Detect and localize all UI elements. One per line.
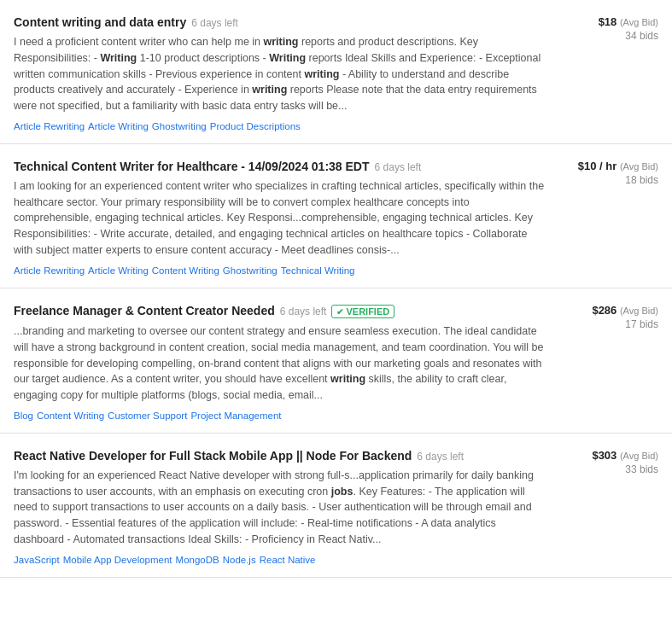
job-tag[interactable]: Content Writing [152, 265, 219, 276]
job-tag[interactable]: Product Descriptions [210, 121, 301, 131]
avg-bid-label: (Avg Bid) [620, 161, 658, 172]
job-price: $303 (Avg Bid) [556, 449, 658, 462]
job-meta: $303 (Avg Bid)33 bids [556, 449, 658, 565]
job-main: Technical Content Writer for Healthcare … [14, 160, 546, 276]
job-meta: $286 (Avg Bid)17 bids [556, 304, 658, 421]
job-tag[interactable]: Blog [14, 410, 33, 421]
job-tag[interactable]: Ghostwriting [223, 265, 278, 276]
avg-bid-label: (Avg Bid) [620, 306, 658, 316]
job-tags: Article RewritingArticle WritingContent … [14, 265, 546, 276]
job-meta: $18 (Avg Bid)34 bids [556, 15, 658, 131]
job-item: React Native Developer for Full Stack Mo… [0, 434, 672, 578]
job-meta: $10 / hr (Avg Bid)18 bids [556, 160, 658, 276]
job-tag[interactable]: Technical Writing [281, 265, 355, 276]
job-bids: 33 bids [556, 463, 658, 475]
job-tag[interactable]: React Native [260, 555, 316, 565]
avg-bid-label: (Avg Bid) [620, 17, 658, 27]
job-main: Content writing and data entry6 days lef… [14, 15, 546, 131]
job-main: Freelance Manager & Content Creator Need… [14, 304, 546, 421]
job-tag[interactable]: Ghostwriting [152, 121, 207, 131]
job-time-left: 6 days left [280, 306, 327, 317]
job-tag[interactable]: Content Writing [37, 410, 104, 421]
job-description: ...branding and marketing to oversee our… [14, 323, 546, 404]
job-tag[interactable]: Customer Support [108, 410, 187, 421]
job-bids: 34 bids [556, 30, 658, 42]
job-time-left: 6 days left [375, 161, 422, 173]
avg-bid-label: (Avg Bid) [620, 451, 658, 461]
job-tag[interactable]: JavaScript [14, 555, 60, 565]
job-tags: BlogContent WritingCustomer SupportProje… [14, 410, 546, 421]
job-tags: Article RewritingArticle WritingGhostwri… [14, 121, 546, 131]
job-time-left: 6 days left [417, 451, 464, 463]
job-item: Freelance Manager & Content Creator Need… [0, 288, 672, 434]
job-title[interactable]: Technical Content Writer for Healthcare … [14, 160, 370, 173]
job-bids: 18 bids [556, 174, 658, 186]
job-tag[interactable]: Article Rewriting [14, 265, 85, 276]
job-tag[interactable]: Mobile App Development [63, 555, 172, 565]
job-time-left: 6 days left [191, 17, 238, 29]
job-title-row: Content writing and data entry6 days lef… [14, 15, 546, 29]
job-bids: 17 bids [556, 318, 658, 330]
job-title[interactable]: React Native Developer for Full Stack Mo… [14, 449, 412, 463]
job-price: $18 (Avg Bid) [556, 15, 658, 28]
job-item: Content writing and data entry6 days lef… [0, 0, 672, 144]
verified-badge: ✔ VERIFIED [331, 305, 394, 318]
job-price: $286 (Avg Bid) [556, 304, 658, 317]
job-tag[interactable]: Project Management [190, 410, 281, 421]
job-tag[interactable]: MongoDB [176, 555, 219, 565]
job-title[interactable]: Freelance Manager & Content Creator Need… [14, 304, 275, 317]
job-tag[interactable]: Node.js [223, 555, 256, 565]
job-tags: JavaScriptMobile App DevelopmentMongoDBN… [14, 555, 546, 565]
job-tag[interactable]: Article Rewriting [14, 121, 85, 131]
job-description: I'm looking for an experienced React Nat… [14, 468, 546, 548]
job-tag[interactable]: Article Writing [88, 121, 149, 131]
job-title-row: Freelance Manager & Content Creator Need… [14, 304, 546, 319]
verified-icon: ✔ [336, 307, 343, 317]
job-item: Technical Content Writer for Healthcare … [0, 144, 672, 288]
job-main: React Native Developer for Full Stack Mo… [14, 449, 546, 565]
job-list: Content writing and data entry6 days lef… [0, 0, 672, 578]
job-description: I need a proficient content writer who c… [14, 34, 546, 114]
job-title[interactable]: Content writing and data entry [14, 15, 186, 29]
job-price: $10 / hr (Avg Bid) [556, 160, 658, 172]
job-title-row: Technical Content Writer for Healthcare … [14, 160, 546, 173]
job-title-row: React Native Developer for Full Stack Mo… [14, 449, 546, 463]
job-description: I am looking for an experienced content … [14, 178, 546, 259]
job-tag[interactable]: Article Writing [88, 265, 149, 276]
